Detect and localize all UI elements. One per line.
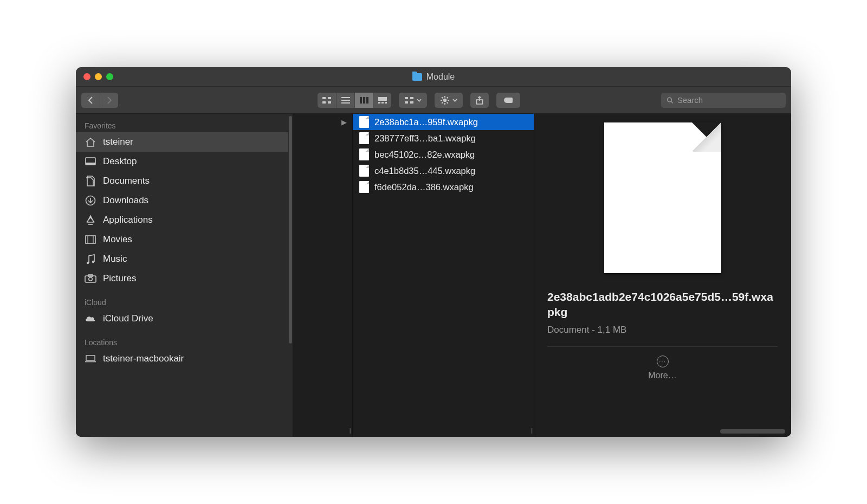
ellipsis-icon: ··· [657,356,669,367]
chevron-right-icon [107,96,112,104]
file-row[interactable]: c4e1b8d35…445.wxapkg [353,163,534,179]
sidebar-item-label: Downloads [103,195,148,206]
sidebar-item-pictures[interactable]: Pictures [76,269,288,288]
column-browser: ▶ || 2e38abc1a…959f.wxapkg 238777eff3…ba… [293,114,791,437]
list-icon [341,97,350,104]
tags-group [496,93,520,108]
zoom-button[interactable] [106,73,113,80]
applications-icon [85,215,96,225]
folder-icon [412,73,422,81]
document-preview-icon [604,122,721,273]
divider [547,346,778,347]
svg-line-26 [447,97,448,98]
gallery-icon [378,97,387,104]
list-view-button[interactable] [336,93,354,108]
svg-rect-9 [366,97,368,104]
icon-view-button[interactable] [318,93,336,108]
window-title: Module [76,72,791,82]
toolbar [76,87,791,114]
svg-rect-31 [86,163,95,165]
sidebar: Favorites tsteiner Desktop Documents Dow… [76,114,293,437]
sidebar-section-title: Favorites [76,117,288,132]
file-row[interactable]: 238777eff3…ba1.wxapkg [353,130,534,146]
sidebar-section-title: Locations [76,334,288,349]
sidebar-item-label: Movies [103,234,132,245]
music-icon [85,254,96,264]
laptop-icon [85,353,96,364]
svg-rect-14 [405,97,408,99]
search-field[interactable] [661,93,786,108]
file-row[interactable]: 2e38abc1a…959f.wxapkg [353,114,534,130]
svg-point-38 [92,261,94,263]
forward-button[interactable] [100,93,118,108]
svg-point-28 [668,98,672,102]
sidebar-item-label: Applications [103,215,153,225]
column-view-button[interactable] [354,93,373,108]
window-controls [83,73,113,80]
document-icon [359,165,369,177]
sidebar-item-movies[interactable]: Movies [76,230,288,249]
sidebar-item-label: iCloud Drive [103,313,153,324]
documents-icon [85,176,96,186]
svg-line-24 [447,102,448,103]
sidebar-item-music[interactable]: Music [76,249,288,269]
file-row[interactable]: f6de052da…386.wxapkg [353,179,534,195]
svg-rect-11 [378,102,380,104]
action-group [435,93,463,108]
minimize-button[interactable] [95,73,102,80]
sidebar-item-label: tsteiner-macbookair [103,353,184,364]
column-resize-handle[interactable]: || [350,428,350,434]
svg-rect-16 [405,101,408,104]
grid-small-icon [405,97,413,104]
close-button[interactable] [83,73,90,80]
sidebar-item-applications[interactable]: Applications [76,210,288,230]
chevron-left-icon [88,96,93,104]
scrollbar-thumb[interactable] [289,116,292,344]
preview-filename: 2e38abc1adb2e74c1026a5e75d5…59f.wxapkg [547,289,778,320]
window-title-text: Module [426,72,455,82]
share-group [470,93,489,108]
cloud-icon [85,313,96,324]
sidebar-item-label: Pictures [103,273,136,284]
arrange-button[interactable] [399,93,427,108]
svg-rect-7 [360,97,362,104]
file-name: 2e38abc1a…959f.wxapkg [374,117,478,127]
column-resize-handle[interactable]: || [531,428,532,434]
svg-rect-12 [381,102,384,104]
back-button[interactable] [81,93,100,108]
svg-rect-0 [322,97,326,99]
svg-rect-17 [410,101,413,104]
movies-icon [85,234,96,245]
action-button[interactable] [435,93,463,108]
sidebar-item-downloads[interactable]: Downloads [76,191,288,210]
sidebar-item-desktop[interactable]: Desktop [76,152,288,171]
downloads-icon [85,195,96,206]
sidebar-item-location[interactable]: tsteiner-macbookair [76,349,288,369]
home-icon [85,137,96,147]
svg-point-41 [89,277,92,281]
gallery-view-button[interactable] [373,93,391,108]
horizontal-scrollbar[interactable] [720,429,785,434]
sidebar-item-documents[interactable]: Documents [76,171,288,191]
document-icon [359,116,369,128]
svg-rect-6 [341,102,350,104]
parent-column: ▶ || [293,114,353,437]
svg-rect-10 [378,97,387,101]
share-button[interactable] [470,93,489,108]
sidebar-scrollbar[interactable] [288,114,293,437]
window-body: Favorites tsteiner Desktop Documents Dow… [76,114,791,437]
svg-rect-13 [385,102,387,104]
svg-rect-5 [341,100,350,101]
sidebar-item-home[interactable]: tsteiner [76,132,288,152]
file-row[interactable]: bec45102c…82e.wxapkg [353,146,534,163]
more-button[interactable]: ··· More… [547,356,778,380]
svg-rect-15 [410,97,413,99]
search-input[interactable] [677,95,780,105]
columns-icon [360,97,368,104]
nav-buttons [81,93,118,108]
finder-window: Module [76,67,791,437]
sidebar-item-icloud-drive[interactable]: iCloud Drive [76,309,288,328]
arrange-group [399,93,427,108]
tags-button[interactable] [496,93,520,108]
chevron-down-icon [417,99,422,102]
